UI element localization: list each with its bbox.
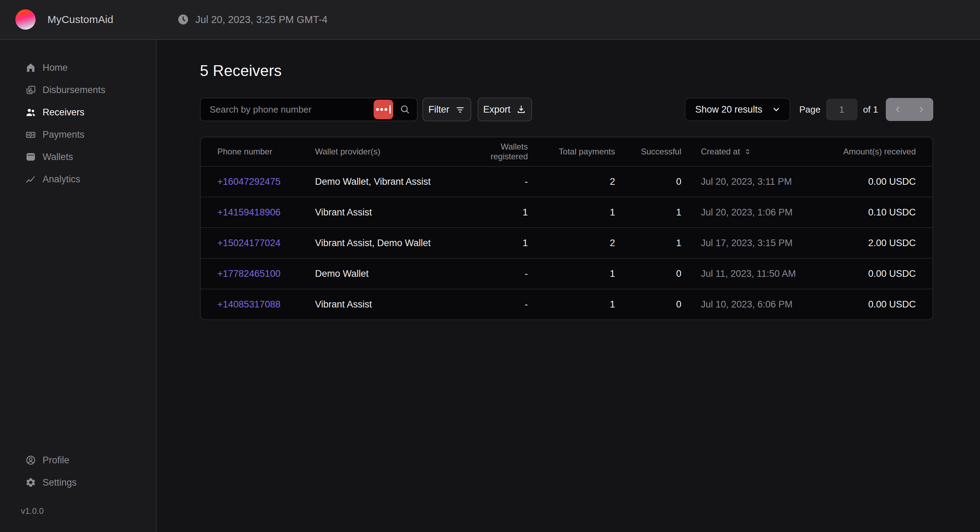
created-at-cell: Jul 17, 2023, 3:15 PM xyxy=(681,238,828,249)
download-icon xyxy=(516,104,527,115)
created-at-cell: Jul 20, 2023, 1:06 PM xyxy=(681,207,828,218)
sidebar-nav: Home Disbursements xyxy=(0,57,156,191)
table-row[interactable]: +15024177024 Vibrant Assist, Demo Wallet… xyxy=(200,227,932,258)
clock-icon xyxy=(177,14,189,25)
page-number-input[interactable] xyxy=(826,98,858,120)
column-header-phone: Phone number xyxy=(217,147,315,157)
profile-icon xyxy=(24,454,37,467)
table-header-row: Phone number Wallet provider(s) Wallets … xyxy=(200,137,932,166)
successful-cell: 0 xyxy=(615,268,681,279)
sidebar-item-label: Disbursements xyxy=(43,85,105,95)
receivers-icon xyxy=(24,106,37,119)
export-button-label: Export xyxy=(483,104,511,115)
sidebar-item-settings[interactable]: Settings xyxy=(0,471,156,494)
results-per-page-select[interactable]: Show 20 results xyxy=(685,98,790,121)
column-header-wallet-providers: Wallet provider(s) xyxy=(315,147,465,157)
app-window: MyCustomAid Jul 20, 2023, 3:25 PM GMT-4 … xyxy=(0,0,980,532)
wallet-providers-cell: Demo Wallet xyxy=(315,268,465,279)
sidebar-item-label: Receivers xyxy=(43,107,84,118)
created-at-cell: Jul 11, 2023, 11:50 AM xyxy=(681,268,828,279)
wallets-registered-cell: - xyxy=(465,176,528,187)
sidebar-item-label: Home xyxy=(43,62,68,73)
table-row[interactable]: +17782465100 Demo Wallet - 1 0 Jul 11, 2… xyxy=(200,258,932,289)
successful-cell: 0 xyxy=(615,176,681,187)
toolbar: Filter Export Show 20 results xyxy=(200,98,933,121)
next-page-button[interactable] xyxy=(910,98,933,121)
phone-link[interactable]: +14159418906 xyxy=(217,207,315,218)
column-header-created-at[interactable]: Created at xyxy=(701,147,752,157)
filter-icon xyxy=(455,104,465,115)
sidebar-item-label: Settings xyxy=(43,477,77,488)
previous-page-button[interactable] xyxy=(886,98,910,121)
table-row[interactable]: +14159418906 Vibrant Assist 1 1 1 Jul 20… xyxy=(200,197,932,227)
payments-icon xyxy=(24,128,37,141)
phone-link[interactable]: +17782465100 xyxy=(217,268,315,279)
top-bar: MyCustomAid Jul 20, 2023, 3:25 PM GMT-4 xyxy=(0,0,980,40)
pagination: Show 20 results Page of 1 xyxy=(685,98,933,121)
total-payments-cell: 2 xyxy=(528,176,615,187)
disbursements-icon xyxy=(24,84,37,96)
total-payments-cell: 2 xyxy=(528,238,615,249)
created-at-cell: Jul 20, 2023, 3:11 PM xyxy=(681,176,828,187)
sidebar-item-payments[interactable]: Payments xyxy=(0,124,156,146)
chevron-left-icon xyxy=(893,105,902,114)
search-input[interactable] xyxy=(210,104,368,115)
wallet-providers-cell: Vibrant Assist xyxy=(315,299,465,310)
search-field xyxy=(200,98,418,121)
amount-received-cell: 0.10 USDC xyxy=(828,207,916,218)
sidebar-item-receivers[interactable]: Receivers xyxy=(0,101,156,124)
sidebar-item-label: Profile xyxy=(43,455,69,466)
wallet-providers-cell: Vibrant Assist, Demo Wallet xyxy=(315,238,465,249)
sidebar-item-analytics[interactable]: Analytics xyxy=(0,168,156,191)
chevron-right-icon xyxy=(917,105,926,114)
sidebar-item-disbursements[interactable]: Disbursements xyxy=(0,79,156,101)
amount-received-cell: 0.00 USDC xyxy=(828,176,916,187)
successful-cell: 1 xyxy=(615,207,681,218)
table-row[interactable]: +14085317088 Vibrant Assist - 1 0 Jul 10… xyxy=(200,289,932,319)
amount-received-cell: 2.00 USDC xyxy=(828,238,916,249)
phone-link[interactable]: +14085317088 xyxy=(217,299,315,310)
successful-cell: 1 xyxy=(615,238,681,249)
gear-icon xyxy=(24,476,37,489)
main-content: 5 Receivers Filter xyxy=(157,40,980,532)
successful-cell: 0 xyxy=(615,299,681,310)
filter-button-label: Filter xyxy=(428,104,449,115)
filter-button[interactable]: Filter xyxy=(423,98,471,121)
column-header-total-payments: Total payments xyxy=(528,147,615,157)
sidebar-item-label: Payments xyxy=(43,129,84,140)
brand: MyCustomAid xyxy=(15,10,113,30)
phone-link[interactable]: +15024177024 xyxy=(217,238,315,249)
sidebar-item-label: Wallets xyxy=(43,152,73,162)
sidebar: Home Disbursements xyxy=(0,40,157,532)
phone-link[interactable]: +16047292475 xyxy=(217,176,315,187)
datetime-label: Jul 20, 2023, 3:25 PM GMT-4 xyxy=(196,14,328,25)
sidebar-footer: Profile Settings v1.0.0 xyxy=(0,449,156,532)
page-label: Page xyxy=(799,104,821,115)
wallet-providers-cell: Vibrant Assist xyxy=(315,207,465,218)
amount-received-cell: 0.00 USDC xyxy=(828,299,916,310)
amount-received-cell: 0.00 USDC xyxy=(828,268,916,279)
created-at-cell: Jul 10, 2023, 6:06 PM xyxy=(681,299,828,310)
password-manager-icon[interactable] xyxy=(374,100,393,119)
page-of-label: of 1 xyxy=(863,104,878,115)
receivers-table: Phone number Wallet provider(s) Wallets … xyxy=(200,137,933,320)
column-header-successful: Successful xyxy=(615,147,681,157)
sort-icon xyxy=(743,148,752,156)
sidebar-item-profile[interactable]: Profile xyxy=(0,449,156,471)
sidebar-item-home[interactable]: Home xyxy=(0,57,156,79)
results-per-page-label: Show 20 results xyxy=(695,104,762,115)
current-datetime: Jul 20, 2023, 3:25 PM GMT-4 xyxy=(177,14,328,25)
wallets-icon xyxy=(24,151,37,163)
analytics-icon xyxy=(24,173,37,186)
table-row[interactable]: +16047292475 Demo Wallet, Vibrant Assist… xyxy=(200,166,932,197)
export-button[interactable]: Export xyxy=(477,98,532,121)
app-name: MyCustomAid xyxy=(48,14,113,25)
total-payments-cell: 1 xyxy=(528,299,615,310)
page-title: 5 Receivers xyxy=(200,62,933,79)
home-icon xyxy=(24,61,37,74)
app-version: v1.0.0 xyxy=(21,506,156,516)
wallets-registered-cell: 1 xyxy=(465,238,528,249)
sidebar-item-wallets[interactable]: Wallets xyxy=(0,146,156,168)
total-payments-cell: 1 xyxy=(528,207,615,218)
column-header-amount-received: Amount(s) received xyxy=(828,147,916,157)
